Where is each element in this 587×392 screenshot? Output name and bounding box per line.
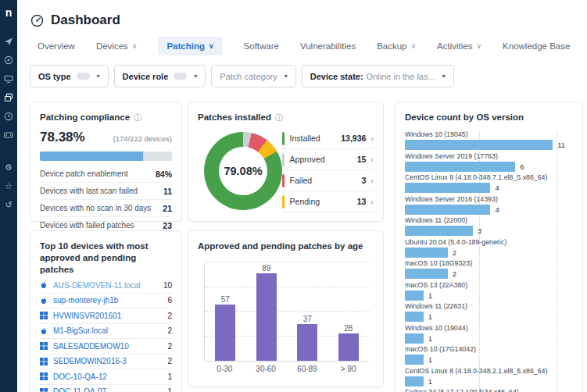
os-bar-line: 1 xyxy=(405,355,573,365)
os-bar-value: 1 xyxy=(428,291,432,300)
device-name-link[interactable]: SALESADDEMOW10 xyxy=(53,342,167,351)
os-bar[interactable] xyxy=(405,183,490,193)
device-name-link[interactable]: AUS-DEMOVEN-11.local xyxy=(53,281,163,290)
os-bar[interactable] xyxy=(405,376,424,387)
device-name-link[interactable]: HVWINSVR201601 xyxy=(53,312,167,320)
grid-line xyxy=(205,262,369,262)
tab-devices[interactable]: Devices∨ xyxy=(96,37,138,55)
history-icon[interactable]: ↺ xyxy=(4,200,14,210)
app-logo[interactable]: n xyxy=(5,6,13,19)
filter-os-type[interactable]: OS type▾ xyxy=(30,65,109,87)
os-bar-row: Windows Server 2016 (14393)4 xyxy=(405,195,573,215)
card-title: Top 10 devices with most approved and pe… xyxy=(40,241,172,276)
os-bar[interactable] xyxy=(405,140,553,150)
age-bar[interactable] xyxy=(338,333,359,361)
tab-overview[interactable]: Overview xyxy=(38,37,75,55)
os-bar-value: 1 xyxy=(428,355,432,364)
os-bar-line: 11 xyxy=(405,140,573,150)
star-icon[interactable]: ☆ xyxy=(4,181,14,191)
os-bar-row: macOS 10 (17G14042)1 xyxy=(405,345,573,365)
windows-icon xyxy=(40,372,48,381)
device-row: SEDEMOWIN2016-32 xyxy=(40,355,172,370)
age-bar[interactable] xyxy=(256,273,277,361)
tab-label: Overview xyxy=(38,41,75,51)
chevron-down-icon: ▾ xyxy=(442,73,446,80)
filter-label: Device role xyxy=(123,72,169,81)
legend-row-failed[interactable]: Failed3› xyxy=(282,170,374,191)
legend-label: Approved xyxy=(290,155,357,164)
tab-backup[interactable]: Backup∨ xyxy=(377,37,416,55)
windows-stack-icon[interactable] xyxy=(4,92,14,102)
gear-icon[interactable]: ⚙ xyxy=(4,162,14,173)
patches-donut-chart[interactable]: 79.08% xyxy=(204,132,282,210)
patches-by-age-card: Approved and pending patches by age 5789… xyxy=(188,230,384,387)
os-bar[interactable] xyxy=(405,226,473,236)
os-bar[interactable] xyxy=(405,162,515,172)
age-bar[interactable] xyxy=(215,305,235,361)
os-bar-line: 6 xyxy=(405,162,573,172)
os-bar-label: CentOS Linux 8 (4.18.0-348.2.1.el8_5.x86… xyxy=(405,367,573,376)
stat-label: Devices with no scan in 30 days xyxy=(40,204,151,212)
os-bar[interactable] xyxy=(405,269,448,279)
device-patch-count: 1 xyxy=(167,372,172,381)
age-bar-slot: 37 xyxy=(287,263,328,361)
tab-label: Knowledge Base xyxy=(503,41,570,51)
legend-value: 15 xyxy=(357,155,367,164)
tab-vulnerabilities[interactable]: Vulnerabilities xyxy=(300,37,356,55)
clock-icon[interactable] xyxy=(4,111,14,121)
os-bar-line: 4 xyxy=(405,183,573,193)
age-bar[interactable] xyxy=(297,324,317,361)
os-bar-label: Windows 10 (19045) xyxy=(405,130,573,139)
os-bar-line: 1 xyxy=(405,312,573,322)
filter-device-state[interactable]: Device state:Online in the las...▾ xyxy=(302,65,454,87)
legend-row-pending[interactable]: Pending13› xyxy=(282,191,374,212)
compliance-progress-bar xyxy=(40,151,172,161)
page-title: Dashboard xyxy=(51,12,120,28)
os-bar-row: Fedora 34 (5.17.12-100.fc34.x86_64)1 xyxy=(405,388,573,392)
legend-row-installed[interactable]: Installed13,936› xyxy=(282,128,374,149)
compass-icon[interactable] xyxy=(4,55,14,65)
stat-label: Devices with failed patches xyxy=(40,221,134,230)
os-bar-value: 1 xyxy=(428,377,432,386)
os-bar[interactable] xyxy=(405,312,424,322)
tab-patching[interactable]: Patching∨ xyxy=(158,37,222,55)
tab-label: Vulnerabilities xyxy=(300,41,356,51)
compliance-progress-fill xyxy=(40,151,143,161)
age-x-tick-label: > 90 xyxy=(328,365,369,373)
tab-activities[interactable]: Activities∨ xyxy=(437,37,481,55)
filter-label: Device state: xyxy=(310,72,363,81)
os-bar[interactable] xyxy=(405,333,424,344)
device-name-link[interactable]: sup-monterey-jh1b xyxy=(53,296,167,305)
top-devices-list: AUS-DEMOVEN-11.local10sup-monterey-jh1b6… xyxy=(40,278,172,392)
filter-patch-category[interactable]: Patch category▾ xyxy=(211,65,295,87)
ticket-icon[interactable] xyxy=(4,130,14,140)
filter-device-role[interactable]: Device role▾ xyxy=(114,65,206,87)
os-bar[interactable] xyxy=(405,248,448,258)
os-bar-label: macOS 13 (22A380) xyxy=(405,281,573,290)
compliance-stat-row: Device patch enablement84% xyxy=(40,166,172,183)
os-bar-line: 2 xyxy=(405,248,573,258)
chevron-right-icon: › xyxy=(370,176,374,185)
chevron-down-icon: ▾ xyxy=(97,73,100,80)
devices-icon[interactable] xyxy=(4,73,14,84)
os-bar[interactable] xyxy=(405,355,424,365)
device-row: HVWINSVR2016012 xyxy=(40,308,172,324)
info-icon[interactable]: ⓘ xyxy=(134,114,141,122)
legend-row-approved[interactable]: Approved15› xyxy=(282,149,374,170)
page-header: Dashboard xyxy=(17,0,587,28)
info-icon[interactable]: ⓘ xyxy=(275,114,283,122)
tab-knowledge-base[interactable]: Knowledge Base xyxy=(503,37,570,55)
device-name-link[interactable]: SEDEMOWIN2016-3 xyxy=(53,357,167,365)
device-name-link[interactable]: DOC-11-QA-07 xyxy=(53,387,167,392)
compliance-stat-row: Devices with no scan in 30 days21 xyxy=(40,200,172,217)
os-bar-line: 1 xyxy=(405,376,573,387)
os-bar-row: macOS 13 (22A380)1 xyxy=(405,281,573,301)
tab-software[interactable]: Software xyxy=(244,37,279,55)
send-icon[interactable] xyxy=(4,36,14,46)
tab-label: Software xyxy=(244,41,279,51)
os-bar[interactable] xyxy=(405,205,490,215)
os-bar-line: 1 xyxy=(405,290,573,301)
device-name-link[interactable]: M1-BigSur.local xyxy=(53,326,167,335)
os-bar[interactable] xyxy=(405,290,424,301)
device-name-link[interactable]: DOC-10-QA-12 xyxy=(53,372,167,381)
